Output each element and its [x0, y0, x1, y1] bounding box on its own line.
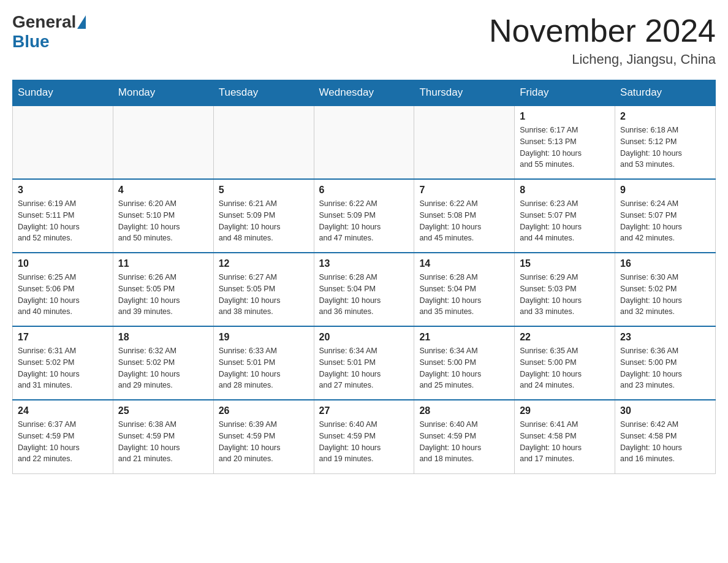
day-number: 9 [620, 185, 710, 196]
sun-info: Sunrise: 6:37 AM Sunset: 4:59 PM Dayligh… [18, 419, 108, 465]
calendar-table: SundayMondayTuesdayWednesdayThursdayFrid… [12, 80, 716, 474]
week-row-2: 3Sunrise: 6:19 AM Sunset: 5:11 PM Daylig… [13, 179, 716, 253]
calendar-cell: 26Sunrise: 6:39 AM Sunset: 4:59 PM Dayli… [213, 400, 314, 473]
sun-info: Sunrise: 6:41 AM Sunset: 4:58 PM Dayligh… [520, 419, 610, 465]
day-number: 22 [520, 332, 610, 343]
day-number: 1 [520, 111, 610, 122]
sun-info: Sunrise: 6:40 AM Sunset: 4:59 PM Dayligh… [419, 419, 509, 465]
day-number: 12 [219, 258, 309, 269]
day-number: 8 [520, 185, 610, 196]
calendar-cell: 14Sunrise: 6:28 AM Sunset: 5:04 PM Dayli… [414, 253, 515, 326]
sun-info: Sunrise: 6:19 AM Sunset: 5:11 PM Dayligh… [18, 198, 108, 244]
day-number: 11 [118, 258, 208, 269]
sun-info: Sunrise: 6:34 AM Sunset: 5:01 PM Dayligh… [319, 345, 409, 391]
calendar-cell: 13Sunrise: 6:28 AM Sunset: 5:04 PM Dayli… [314, 253, 414, 326]
day-number: 14 [419, 258, 509, 269]
sun-info: Sunrise: 6:42 AM Sunset: 4:58 PM Dayligh… [620, 419, 710, 465]
day-header-sunday: Sunday [13, 80, 113, 106]
sun-info: Sunrise: 6:17 AM Sunset: 5:13 PM Dayligh… [520, 124, 610, 170]
day-header-friday: Friday [515, 80, 615, 106]
day-number: 28 [419, 405, 509, 416]
calendar-cell: 4Sunrise: 6:20 AM Sunset: 5:10 PM Daylig… [113, 179, 213, 253]
calendar-header-row: SundayMondayTuesdayWednesdayThursdayFrid… [13, 80, 716, 106]
calendar-cell: 19Sunrise: 6:33 AM Sunset: 5:01 PM Dayli… [213, 326, 314, 400]
day-number: 3 [18, 185, 108, 196]
sun-info: Sunrise: 6:35 AM Sunset: 5:00 PM Dayligh… [520, 345, 610, 391]
sun-info: Sunrise: 6:21 AM Sunset: 5:09 PM Dayligh… [219, 198, 309, 244]
title-section: November 2024 Licheng, Jiangsu, China [489, 12, 716, 67]
week-row-4: 17Sunrise: 6:31 AM Sunset: 5:02 PM Dayli… [13, 326, 716, 400]
sun-info: Sunrise: 6:18 AM Sunset: 5:12 PM Dayligh… [620, 124, 710, 170]
calendar-cell: 9Sunrise: 6:24 AM Sunset: 5:07 PM Daylig… [615, 179, 716, 253]
calendar-cell [314, 105, 414, 179]
calendar-cell: 21Sunrise: 6:34 AM Sunset: 5:00 PM Dayli… [414, 326, 515, 400]
calendar-cell: 2Sunrise: 6:18 AM Sunset: 5:12 PM Daylig… [615, 105, 716, 179]
day-number: 18 [118, 332, 208, 343]
day-number: 20 [319, 332, 409, 343]
day-number: 21 [419, 332, 509, 343]
month-title: November 2024 [489, 12, 716, 49]
calendar-cell: 7Sunrise: 6:22 AM Sunset: 5:08 PM Daylig… [414, 179, 515, 253]
calendar-cell: 18Sunrise: 6:32 AM Sunset: 5:02 PM Dayli… [113, 326, 213, 400]
sun-info: Sunrise: 6:39 AM Sunset: 4:59 PM Dayligh… [219, 419, 309, 465]
sun-info: Sunrise: 6:28 AM Sunset: 5:04 PM Dayligh… [419, 272, 509, 318]
logo-general-text: General [12, 12, 76, 32]
sun-info: Sunrise: 6:30 AM Sunset: 5:02 PM Dayligh… [620, 272, 710, 318]
day-number: 19 [219, 332, 309, 343]
day-number: 4 [118, 185, 208, 196]
day-number: 17 [18, 332, 108, 343]
day-number: 10 [18, 258, 108, 269]
day-number: 23 [620, 332, 710, 343]
day-number: 29 [520, 405, 610, 416]
calendar-cell [13, 105, 113, 179]
calendar-cell: 8Sunrise: 6:23 AM Sunset: 5:07 PM Daylig… [515, 179, 615, 253]
calendar-cell [113, 105, 213, 179]
sun-info: Sunrise: 6:32 AM Sunset: 5:02 PM Dayligh… [118, 345, 208, 391]
calendar-cell: 5Sunrise: 6:21 AM Sunset: 5:09 PM Daylig… [213, 179, 314, 253]
calendar-cell: 25Sunrise: 6:38 AM Sunset: 4:59 PM Dayli… [113, 400, 213, 473]
calendar-cell: 12Sunrise: 6:27 AM Sunset: 5:05 PM Dayli… [213, 253, 314, 326]
day-header-monday: Monday [113, 80, 213, 106]
sun-info: Sunrise: 6:33 AM Sunset: 5:01 PM Dayligh… [219, 345, 309, 391]
calendar-cell: 3Sunrise: 6:19 AM Sunset: 5:11 PM Daylig… [13, 179, 113, 253]
logo-triangle-icon [77, 15, 86, 29]
calendar-cell [213, 105, 314, 179]
day-number: 13 [319, 258, 409, 269]
sun-info: Sunrise: 6:22 AM Sunset: 5:08 PM Dayligh… [419, 198, 509, 244]
sun-info: Sunrise: 6:40 AM Sunset: 4:59 PM Dayligh… [319, 419, 409, 465]
logo-blue-text: Blue [12, 32, 50, 52]
day-number: 15 [520, 258, 610, 269]
day-header-wednesday: Wednesday [314, 80, 414, 106]
calendar-cell: 11Sunrise: 6:26 AM Sunset: 5:05 PM Dayli… [113, 253, 213, 326]
calendar-cell: 1Sunrise: 6:17 AM Sunset: 5:13 PM Daylig… [515, 105, 615, 179]
sun-info: Sunrise: 6:38 AM Sunset: 4:59 PM Dayligh… [118, 419, 208, 465]
sun-info: Sunrise: 6:26 AM Sunset: 5:05 PM Dayligh… [118, 272, 208, 318]
calendar-cell: 10Sunrise: 6:25 AM Sunset: 5:06 PM Dayli… [13, 253, 113, 326]
sun-info: Sunrise: 6:20 AM Sunset: 5:10 PM Dayligh… [118, 198, 208, 244]
calendar-cell: 29Sunrise: 6:41 AM Sunset: 4:58 PM Dayli… [515, 400, 615, 473]
sun-info: Sunrise: 6:36 AM Sunset: 5:00 PM Dayligh… [620, 345, 710, 391]
sun-info: Sunrise: 6:27 AM Sunset: 5:05 PM Dayligh… [219, 272, 309, 318]
sun-info: Sunrise: 6:24 AM Sunset: 5:07 PM Dayligh… [620, 198, 710, 244]
day-number: 30 [620, 405, 710, 416]
sun-info: Sunrise: 6:23 AM Sunset: 5:07 PM Dayligh… [520, 198, 610, 244]
calendar-cell: 30Sunrise: 6:42 AM Sunset: 4:58 PM Dayli… [615, 400, 716, 473]
calendar-cell: 28Sunrise: 6:40 AM Sunset: 4:59 PM Dayli… [414, 400, 515, 473]
calendar-cell: 23Sunrise: 6:36 AM Sunset: 5:00 PM Dayli… [615, 326, 716, 400]
day-header-saturday: Saturday [615, 80, 716, 106]
calendar-cell [414, 105, 515, 179]
calendar-cell: 6Sunrise: 6:22 AM Sunset: 5:09 PM Daylig… [314, 179, 414, 253]
sun-info: Sunrise: 6:28 AM Sunset: 5:04 PM Dayligh… [319, 272, 409, 318]
day-number: 16 [620, 258, 710, 269]
day-number: 24 [18, 405, 108, 416]
logo: General Blue [12, 12, 87, 52]
calendar-cell: 27Sunrise: 6:40 AM Sunset: 4:59 PM Dayli… [314, 400, 414, 473]
page-header: General Blue November 2024 Licheng, Jian… [12, 12, 716, 67]
calendar-cell: 15Sunrise: 6:29 AM Sunset: 5:03 PM Dayli… [515, 253, 615, 326]
day-number: 27 [319, 405, 409, 416]
sun-info: Sunrise: 6:34 AM Sunset: 5:00 PM Dayligh… [419, 345, 509, 391]
calendar-cell: 16Sunrise: 6:30 AM Sunset: 5:02 PM Dayli… [615, 253, 716, 326]
day-number: 2 [620, 111, 710, 122]
day-number: 26 [219, 405, 309, 416]
sun-info: Sunrise: 6:25 AM Sunset: 5:06 PM Dayligh… [18, 272, 108, 318]
